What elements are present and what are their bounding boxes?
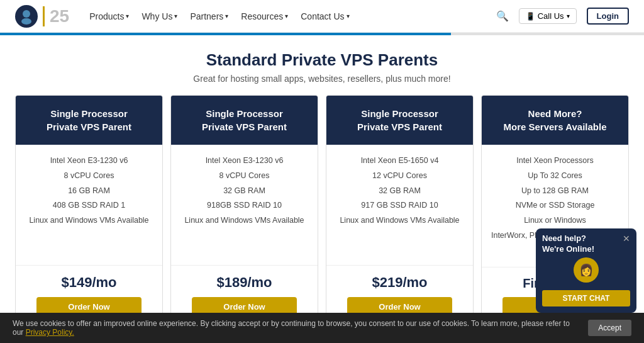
standard-card-2: Single ProcessorPrivate VPS Parent Intel… [170,95,318,326]
spec-item: Intel Xeon E3-1230 v6 [23,154,155,169]
chat-close-icon[interactable]: ✕ [623,233,630,244]
spec-item: Linux and Windows VMs Available [23,213,155,228]
standard-section-title: Standard Private VPS Parents [15,50,629,70]
chevron-down-icon: ▾ [285,13,288,20]
spec-item: 917 GB SSD RAID 10 [334,198,465,213]
chat-title: Need help?We're Online! [542,233,594,255]
spec-item: 12 vCPU Cores [334,169,465,184]
card-3-body: Intel Xeon E5-1650 v4 12 vCPU Cores 32 G… [326,145,473,266]
svg-point-0 [23,10,30,18]
card-2-body: Intel Xeon E3-1230 v6 8 vCPU Cores 32 GB… [171,145,318,266]
chat-header: Need help?We're Online! ✕ [536,228,636,257]
privacy-policy-link[interactable]: Privacy Policy. [26,328,74,337]
cookie-banner: We use cookies to offer an improved onli… [0,313,644,343]
nav-right: 🔍 📱 Call Us ▾ Login [496,8,629,25]
card-1-price: $149/mo [61,274,116,291]
nav-links: Products ▾ Why Us ▾ Partners ▾ Resources… [89,11,496,21]
accept-cookies-button[interactable]: Accept [588,320,631,336]
spec-item: 8 vCPU Cores [23,169,155,184]
start-chat-button[interactable]: START CHAT [542,290,630,306]
spec-item: Intel Xeon E5-1650 v4 [334,154,465,169]
spec-item: 32 GB RAM [334,184,465,199]
cookie-text: We use cookies to offer an improved onli… [13,319,578,337]
chevron-down-icon: ▾ [126,13,129,20]
nav-why-us[interactable]: Why Us ▾ [142,11,177,21]
chevron-down-icon: ▾ [174,13,177,20]
call-button[interactable]: 📱 Call Us ▾ [519,8,577,24]
chat-widget: Need help?We're Online! ✕ 👩 START CHAT [536,228,636,313]
spec-item: 408 GB SSD RAID 1 [23,198,155,213]
card-3-price: $219/mo [372,274,427,291]
standard-card-1: Single ProcessorPrivate VPS Parent Intel… [15,95,163,326]
login-button[interactable]: Login [587,8,629,25]
spec-item: Linux and Windows VMs Available [179,213,310,228]
spec-item: NVMe or SSD Storage [489,198,621,213]
spec-item: Intel Xeon Processors [489,154,621,169]
chat-body: 👩 START CHAT [536,257,636,313]
nav-products[interactable]: Products ▾ [89,11,129,21]
nav-partners[interactable]: Partners ▾ [190,11,228,21]
phone-icon: 📱 [526,12,535,21]
chat-avatar: 👩 [574,257,599,283]
card-2-price: $189/mo [216,274,272,291]
svg-point-1 [21,18,31,25]
standard-section-subtitle: Great for hosting small apps, websites, … [15,74,629,84]
spec-item: Linux or Windows [489,213,621,228]
logo-25: 25 [43,6,69,26]
card-3-header: Single ProcessorPrivate VPS Parent [326,96,473,145]
spec-item: Up to 128 GB RAM [489,184,621,199]
progress-bar-fill [0,33,451,35]
logo-area: 25 [15,5,69,28]
logo-icon [15,5,38,28]
spec-item: 32 GB RAM [179,184,310,199]
spec-item: Linux and Windows VMs Available [334,213,465,228]
card-4-header: Need More?More Servers Available [482,96,628,145]
card-1-header: Single ProcessorPrivate VPS Parent [16,96,162,145]
spec-item: Intel Xeon E3-1230 v6 [179,154,310,169]
spec-item: 918GB SSD RAID 10 [179,198,310,213]
nav-contact[interactable]: Contact Us ▾ [301,11,349,21]
progress-bar-container [0,33,644,35]
navbar: 25 Products ▾ Why Us ▾ Partners ▾ Resour… [0,0,644,33]
card-2-header: Single ProcessorPrivate VPS Parent [171,96,318,145]
chevron-down-icon: ▾ [567,13,570,20]
search-icon[interactable]: 🔍 [496,10,509,22]
spec-item: 8 vCPU Cores [179,169,310,184]
chevron-down-icon: ▾ [225,13,228,20]
spec-item: 16 GB RAM [23,184,155,199]
spec-item: Up To 32 Cores [489,169,621,184]
chevron-down-icon: ▾ [347,13,350,20]
card-1-body: Intel Xeon E3-1230 v6 8 vCPU Cores 16 GB… [16,145,162,266]
nav-resources[interactable]: Resources ▾ [241,11,288,21]
standard-card-3: Single ProcessorPrivate VPS Parent Intel… [326,95,474,326]
